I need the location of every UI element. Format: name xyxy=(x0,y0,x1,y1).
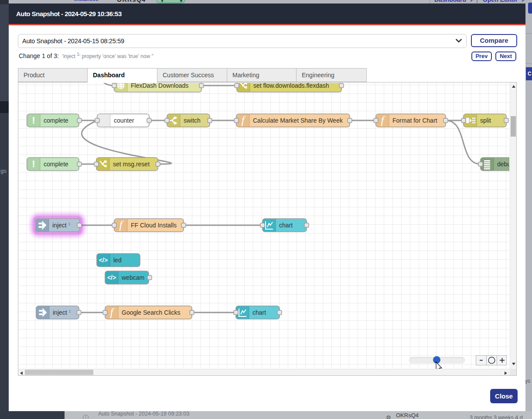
svg-text:inject 1: inject 1 xyxy=(53,309,71,316)
svg-text:chart: chart xyxy=(252,309,266,316)
svg-text:set flow.downloads.flexdash: set flow.downloads.flexdash xyxy=(253,83,329,89)
svg-text:split: split xyxy=(480,117,491,124)
svg-text:Format for Chart: Format for Chart xyxy=(392,117,437,124)
svg-text:debug 2: debug 2 xyxy=(497,161,509,168)
svg-text:</>: </> xyxy=(99,257,108,264)
svg-text:</>: </> xyxy=(107,274,116,281)
svg-text:inject 1: inject 1 xyxy=(52,222,71,229)
svg-text:complete: complete xyxy=(44,117,68,124)
svg-text:Calculate Market Share By Week: Calculate Market Share By Week xyxy=(253,117,343,124)
svg-text:!: ! xyxy=(32,115,35,126)
svg-text:Google Search Clicks: Google Search Clicks xyxy=(122,309,181,316)
svg-text:chart: chart xyxy=(279,222,293,229)
svg-text:FF Cloud Installs: FF Cloud Installs xyxy=(131,222,177,229)
svg-text:led: led xyxy=(113,257,122,264)
svg-text:switch: switch xyxy=(184,117,201,124)
svg-text:!: ! xyxy=(32,158,35,169)
svg-text:set msg.reset: set msg.reset xyxy=(113,161,150,168)
svg-text:complete: complete xyxy=(44,161,68,168)
svg-text:counter: counter xyxy=(114,117,134,124)
svg-text:FlexDash Downloads: FlexDash Downloads xyxy=(131,83,188,89)
svg-text:webcam: webcam xyxy=(121,274,144,281)
